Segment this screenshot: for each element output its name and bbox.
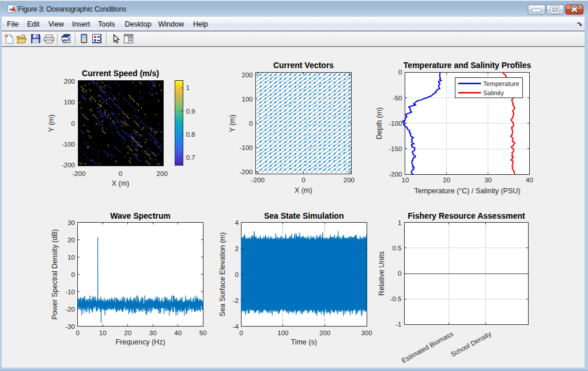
svg-text:X (m): X (m) — [295, 186, 312, 194]
svg-text:200: 200 — [319, 329, 330, 336]
svg-text:-30: -30 — [65, 323, 75, 330]
svg-text:Desktop: Desktop — [125, 20, 152, 28]
svg-text:30: 30 — [67, 219, 75, 226]
svg-text:Time (s): Time (s) — [291, 338, 317, 346]
svg-text:Depth (m): Depth (m) — [375, 107, 383, 140]
svg-text:10: 10 — [402, 177, 409, 183]
svg-text:200: 200 — [64, 78, 75, 85]
svg-text:-0.5: -0.5 — [390, 295, 402, 302]
svg-text:0.5: 0.5 — [393, 245, 402, 252]
svg-text:Current Vectors: Current Vectors — [273, 61, 334, 70]
svg-text:File: File — [7, 20, 18, 28]
svg-text:20: 20 — [443, 177, 450, 183]
svg-text:-50: -50 — [393, 95, 402, 102]
svg-text:200: 200 — [157, 170, 168, 177]
svg-text:10: 10 — [99, 329, 107, 336]
svg-text:-200: -200 — [239, 168, 252, 175]
svg-text:Fishery Resource Assessment: Fishery Resource Assessment — [408, 211, 525, 220]
svg-text:-10: -10 — [65, 288, 75, 295]
svg-text:20: 20 — [67, 237, 75, 243]
svg-text:Edit: Edit — [27, 20, 40, 28]
svg-text:Sea State Simulation: Sea State Simulation — [264, 211, 344, 220]
svg-text:2: 2 — [235, 245, 239, 252]
svg-text:Power Spectral Density (dB): Power Spectral Density (dB) — [51, 229, 59, 320]
svg-text:0: 0 — [119, 170, 122, 177]
svg-text:Current Speed (m/s): Current Speed (m/s) — [82, 69, 159, 78]
svg-text:0.9: 0.9 — [186, 108, 195, 115]
svg-text:Y (m): Y (m) — [228, 115, 236, 132]
svg-text:-2: -2 — [233, 297, 239, 304]
svg-text:0.8: 0.8 — [186, 131, 195, 138]
svg-text:Y (m): Y (m) — [47, 114, 55, 132]
svg-text:-150: -150 — [389, 145, 402, 152]
svg-text:Figure 3: Oceanographic Condit: Figure 3: Oceanographic Conditions — [18, 5, 126, 13]
svg-text:View: View — [48, 20, 65, 28]
svg-text:-200: -200 — [389, 171, 402, 178]
svg-text:100: 100 — [64, 99, 75, 106]
svg-text:100: 100 — [242, 96, 252, 103]
svg-text:-1: -1 — [395, 321, 401, 328]
svg-text:Temperature (°C) / Salinity (P: Temperature (°C) / Salinity (PSU) — [414, 187, 520, 195]
svg-text:Insert: Insert — [72, 20, 91, 28]
svg-text:Tools: Tools — [98, 20, 115, 28]
svg-text:0: 0 — [76, 329, 80, 336]
svg-text:0: 0 — [398, 270, 401, 277]
svg-text:0: 0 — [249, 120, 252, 127]
svg-text:-100: -100 — [239, 144, 252, 151]
svg-text:200: 200 — [242, 72, 252, 78]
svg-text:Wave Spectrum: Wave Spectrum — [110, 211, 171, 220]
svg-text:-200: -200 — [72, 170, 85, 177]
svg-text:40: 40 — [174, 329, 182, 336]
svg-text:30: 30 — [149, 329, 157, 336]
svg-text:Temperature and Salinity Profi: Temperature and Salinity Profiles — [404, 61, 532, 70]
svg-text:Temperature: Temperature — [483, 80, 519, 87]
svg-text:-100: -100 — [62, 141, 75, 148]
svg-text:School Density: School Density — [449, 329, 492, 358]
svg-text:4: 4 — [235, 219, 239, 226]
svg-text:300: 300 — [361, 329, 372, 336]
svg-text:Sea Surface Elevation (m): Sea Surface Elevation (m) — [218, 233, 227, 317]
svg-text:50: 50 — [199, 329, 207, 336]
svg-text:Relative Units: Relative Units — [378, 251, 386, 295]
svg-text:1: 1 — [186, 84, 190, 91]
svg-text:-200: -200 — [251, 177, 265, 183]
svg-text:1: 1 — [398, 219, 401, 226]
svg-text:-100: -100 — [389, 120, 402, 127]
svg-text:0: 0 — [71, 120, 75, 127]
svg-text:40: 40 — [526, 177, 533, 183]
svg-text:0: 0 — [398, 69, 402, 76]
svg-text:30: 30 — [484, 177, 492, 183]
svg-text:-4: -4 — [233, 323, 239, 330]
svg-text:100: 100 — [277, 329, 288, 336]
svg-text:10: 10 — [67, 254, 75, 261]
svg-text:0: 0 — [71, 271, 75, 278]
svg-text:X (m): X (m) — [112, 179, 130, 188]
svg-text:Help: Help — [193, 20, 208, 28]
svg-text:Salinity: Salinity — [483, 89, 504, 96]
svg-text:200: 200 — [344, 177, 355, 183]
svg-text:Window: Window — [159, 20, 184, 28]
svg-text:20: 20 — [124, 329, 131, 336]
svg-text:-20: -20 — [65, 306, 75, 313]
svg-text:0: 0 — [239, 329, 243, 336]
svg-text:0: 0 — [235, 271, 239, 278]
svg-text:0.7: 0.7 — [186, 154, 195, 161]
svg-text:0: 0 — [301, 177, 305, 183]
svg-text:Estimated Biomass: Estimated Biomass — [400, 329, 454, 364]
svg-text:-200: -200 — [62, 162, 75, 168]
svg-text:Frequency (Hz): Frequency (Hz) — [115, 338, 165, 346]
